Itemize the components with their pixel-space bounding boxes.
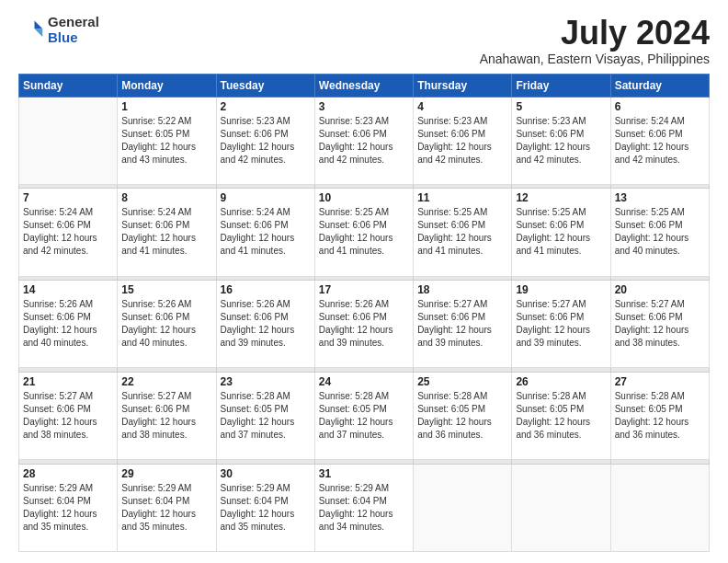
day-info: Sunrise: 5:26 AMSunset: 6:06 PMDaylight:… xyxy=(221,298,311,350)
day-number: 26 xyxy=(516,375,606,388)
day-number: 28 xyxy=(23,467,113,480)
day-info: Sunrise: 5:29 AMSunset: 6:04 PMDaylight:… xyxy=(319,482,409,534)
day-number: 25 xyxy=(417,375,507,388)
logo-general-text: General xyxy=(48,15,99,30)
day-info: Sunrise: 5:29 AMSunset: 6:04 PMDaylight:… xyxy=(221,482,311,534)
logo-blue-text: Blue xyxy=(48,30,99,46)
col-saturday: Saturday xyxy=(610,74,709,97)
calendar-cell: 22Sunrise: 5:27 AMSunset: 6:06 PMDayligh… xyxy=(118,372,216,459)
day-number: 21 xyxy=(23,375,113,388)
day-number: 23 xyxy=(221,375,311,388)
col-wednesday: Wednesday xyxy=(314,74,413,97)
day-number: 24 xyxy=(319,375,409,388)
day-info: Sunrise: 5:29 AMSunset: 6:04 PMDaylight:… xyxy=(121,482,211,534)
day-info: Sunrise: 5:24 AMSunset: 6:06 PMDaylight:… xyxy=(221,206,311,258)
calendar-cell: 4Sunrise: 5:23 AMSunset: 6:06 PMDaylight… xyxy=(414,97,512,184)
calendar-cell: 14Sunrise: 5:26 AMSunset: 6:06 PMDayligh… xyxy=(19,281,118,368)
day-info: Sunrise: 5:26 AMSunset: 6:06 PMDaylight:… xyxy=(319,298,409,350)
day-info: Sunrise: 5:27 AMSunset: 6:06 PMDaylight:… xyxy=(615,298,705,350)
day-info: Sunrise: 5:23 AMSunset: 6:06 PMDaylight:… xyxy=(221,115,311,167)
calendar-cell: 20Sunrise: 5:27 AMSunset: 6:06 PMDayligh… xyxy=(610,281,709,368)
calendar-cell: 16Sunrise: 5:26 AMSunset: 6:06 PMDayligh… xyxy=(216,281,314,368)
day-number: 10 xyxy=(319,191,409,204)
day-number: 7 xyxy=(23,191,113,204)
day-number: 1 xyxy=(121,100,211,113)
calendar-week-5: 28Sunrise: 5:29 AMSunset: 6:04 PMDayligh… xyxy=(19,464,710,551)
day-number: 14 xyxy=(23,283,113,296)
day-info: Sunrise: 5:28 AMSunset: 6:05 PMDaylight:… xyxy=(221,390,311,442)
day-info: Sunrise: 5:28 AMSunset: 6:05 PMDaylight:… xyxy=(417,390,507,442)
day-number: 11 xyxy=(417,191,507,204)
day-info: Sunrise: 5:22 AMSunset: 6:05 PMDaylight:… xyxy=(121,115,211,167)
calendar-table: Sunday Monday Tuesday Wednesday Thursday… xyxy=(18,74,710,552)
day-number: 31 xyxy=(319,467,409,480)
calendar-cell: 9Sunrise: 5:24 AMSunset: 6:06 PMDaylight… xyxy=(216,189,314,276)
calendar-cell: 31Sunrise: 5:29 AMSunset: 6:04 PMDayligh… xyxy=(314,464,413,551)
day-info: Sunrise: 5:28 AMSunset: 6:05 PMDaylight:… xyxy=(319,390,409,442)
day-info: Sunrise: 5:27 AMSunset: 6:06 PMDaylight:… xyxy=(121,390,211,442)
day-info: Sunrise: 5:27 AMSunset: 6:06 PMDaylight:… xyxy=(417,298,507,350)
day-info: Sunrise: 5:25 AMSunset: 6:06 PMDaylight:… xyxy=(516,206,606,258)
day-number: 18 xyxy=(417,283,507,296)
day-number: 2 xyxy=(221,100,311,113)
day-number: 20 xyxy=(615,283,705,296)
calendar-week-1: 1Sunrise: 5:22 AMSunset: 6:05 PMDaylight… xyxy=(19,97,710,184)
day-number: 5 xyxy=(516,100,606,113)
day-number: 29 xyxy=(121,467,211,480)
calendar-week-4: 21Sunrise: 5:27 AMSunset: 6:06 PMDayligh… xyxy=(19,372,710,459)
day-number: 19 xyxy=(516,283,606,296)
calendar-cell: 17Sunrise: 5:26 AMSunset: 6:06 PMDayligh… xyxy=(314,281,413,368)
day-number: 8 xyxy=(121,191,211,204)
calendar-cell: 1Sunrise: 5:22 AMSunset: 6:05 PMDaylight… xyxy=(118,97,216,184)
day-info: Sunrise: 5:24 AMSunset: 6:06 PMDaylight:… xyxy=(23,206,113,258)
calendar-cell: 28Sunrise: 5:29 AMSunset: 6:04 PMDayligh… xyxy=(19,464,118,551)
day-number: 27 xyxy=(615,375,705,388)
calendar-cell: 18Sunrise: 5:27 AMSunset: 6:06 PMDayligh… xyxy=(414,281,512,368)
calendar-header-row: Sunday Monday Tuesday Wednesday Thursday… xyxy=(19,74,710,97)
calendar-cell: 6Sunrise: 5:24 AMSunset: 6:06 PMDaylight… xyxy=(610,97,709,184)
col-monday: Monday xyxy=(118,74,216,97)
col-friday: Friday xyxy=(512,74,610,97)
day-info: Sunrise: 5:23 AMSunset: 6:06 PMDaylight:… xyxy=(417,115,507,167)
day-number: 15 xyxy=(121,283,211,296)
day-info: Sunrise: 5:25 AMSunset: 6:06 PMDaylight:… xyxy=(615,206,705,258)
calendar-cell: 26Sunrise: 5:28 AMSunset: 6:05 PMDayligh… xyxy=(512,372,610,459)
col-sunday: Sunday xyxy=(19,74,118,97)
calendar-week-2: 7Sunrise: 5:24 AMSunset: 6:06 PMDaylight… xyxy=(19,189,710,276)
page: General Blue July 2024 Anahawan, Eastern… xyxy=(0,0,728,563)
calendar-cell xyxy=(610,464,709,551)
calendar-cell: 23Sunrise: 5:28 AMSunset: 6:05 PMDayligh… xyxy=(216,372,314,459)
subtitle: Anahawan, Eastern Visayas, Philippines xyxy=(480,52,710,66)
calendar-cell: 27Sunrise: 5:28 AMSunset: 6:05 PMDayligh… xyxy=(610,372,709,459)
day-info: Sunrise: 5:23 AMSunset: 6:06 PMDaylight:… xyxy=(516,115,606,167)
calendar-cell: 2Sunrise: 5:23 AMSunset: 6:06 PMDaylight… xyxy=(216,97,314,184)
day-number: 4 xyxy=(417,100,507,113)
calendar-cell: 19Sunrise: 5:27 AMSunset: 6:06 PMDayligh… xyxy=(512,281,610,368)
calendar-cell: 24Sunrise: 5:28 AMSunset: 6:05 PMDayligh… xyxy=(314,372,413,459)
day-number: 13 xyxy=(615,191,705,204)
calendar-cell: 21Sunrise: 5:27 AMSunset: 6:06 PMDayligh… xyxy=(19,372,118,459)
calendar-cell: 30Sunrise: 5:29 AMSunset: 6:04 PMDayligh… xyxy=(216,464,314,551)
calendar-cell: 11Sunrise: 5:25 AMSunset: 6:06 PMDayligh… xyxy=(414,189,512,276)
day-number: 17 xyxy=(319,283,409,296)
calendar-week-3: 14Sunrise: 5:26 AMSunset: 6:06 PMDayligh… xyxy=(19,281,710,368)
calendar-cell: 3Sunrise: 5:23 AMSunset: 6:06 PMDaylight… xyxy=(314,97,413,184)
svg-marker-0 xyxy=(35,20,43,29)
calendar-cell xyxy=(19,97,118,184)
day-info: Sunrise: 5:24 AMSunset: 6:06 PMDaylight:… xyxy=(121,206,211,258)
calendar-cell xyxy=(414,464,512,551)
calendar-cell: 13Sunrise: 5:25 AMSunset: 6:06 PMDayligh… xyxy=(610,189,709,276)
day-number: 3 xyxy=(319,100,409,113)
day-number: 22 xyxy=(121,375,211,388)
day-info: Sunrise: 5:24 AMSunset: 6:06 PMDaylight:… xyxy=(615,115,705,167)
calendar-cell: 8Sunrise: 5:24 AMSunset: 6:06 PMDaylight… xyxy=(118,189,216,276)
day-number: 9 xyxy=(221,191,311,204)
logo-icon xyxy=(18,17,44,43)
calendar-cell xyxy=(512,464,610,551)
day-number: 16 xyxy=(221,283,311,296)
col-thursday: Thursday xyxy=(414,74,512,97)
calendar-cell: 25Sunrise: 5:28 AMSunset: 6:05 PMDayligh… xyxy=(414,372,512,459)
calendar-cell: 12Sunrise: 5:25 AMSunset: 6:06 PMDayligh… xyxy=(512,189,610,276)
calendar-cell: 15Sunrise: 5:26 AMSunset: 6:06 PMDayligh… xyxy=(118,281,216,368)
calendar-cell: 29Sunrise: 5:29 AMSunset: 6:04 PMDayligh… xyxy=(118,464,216,551)
